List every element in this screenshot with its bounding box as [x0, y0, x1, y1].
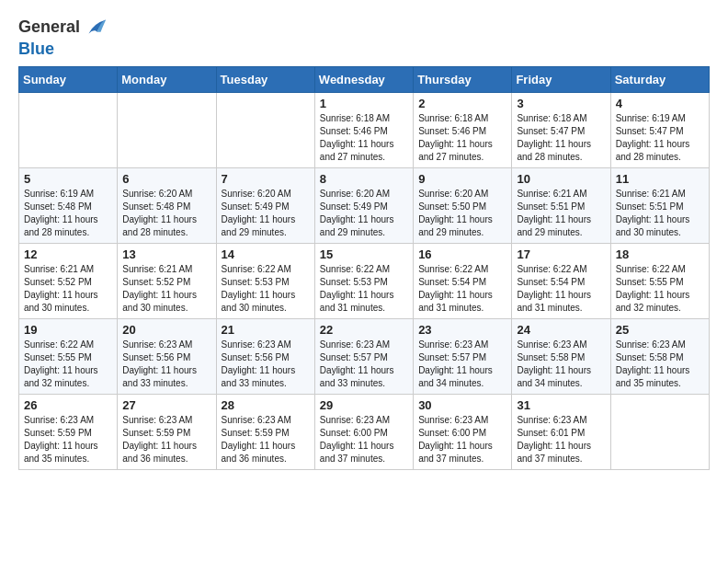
day-info: Sunrise: 6:23 AM Sunset: 5:59 PM Dayligh… [122, 414, 210, 465]
day-number: 16 [418, 247, 506, 261]
day-header-saturday: Saturday [610, 66, 709, 92]
day-header-thursday: Thursday [414, 66, 512, 92]
day-info: Sunrise: 6:23 AM Sunset: 5:58 PM Dayligh… [517, 339, 605, 390]
day-info: Sunrise: 6:23 AM Sunset: 5:59 PM Dayligh… [24, 414, 112, 465]
day-number: 15 [320, 247, 408, 261]
day-number: 5 [24, 172, 112, 186]
week-row-3: 12Sunrise: 6:21 AM Sunset: 5:52 PM Dayli… [19, 243, 710, 318]
day-number: 20 [122, 323, 210, 337]
day-info: Sunrise: 6:23 AM Sunset: 5:57 PM Dayligh… [418, 339, 506, 390]
calendar-cell: 19Sunrise: 6:22 AM Sunset: 5:55 PM Dayli… [19, 318, 118, 394]
day-number: 11 [616, 172, 704, 186]
day-number: 2 [418, 97, 506, 110]
day-info: Sunrise: 6:23 AM Sunset: 5:57 PM Dayligh… [320, 339, 408, 390]
day-number: 1 [320, 97, 408, 110]
day-info: Sunrise: 6:21 AM Sunset: 5:52 PM Dayligh… [24, 263, 112, 315]
day-info: Sunrise: 6:22 AM Sunset: 5:54 PM Dayligh… [418, 263, 506, 315]
day-info: Sunrise: 6:22 AM Sunset: 5:55 PM Dayligh… [24, 339, 112, 390]
calendar-cell: 1Sunrise: 6:18 AM Sunset: 5:46 PM Daylig… [314, 92, 413, 167]
week-row-1: 1Sunrise: 6:18 AM Sunset: 5:46 PM Daylig… [19, 92, 710, 167]
day-info: Sunrise: 6:19 AM Sunset: 5:48 PM Dayligh… [24, 188, 112, 239]
day-header-monday: Monday [118, 66, 216, 92]
calendar-cell: 8Sunrise: 6:20 AM Sunset: 5:49 PM Daylig… [314, 167, 413, 243]
calendar-cell: 5Sunrise: 6:19 AM Sunset: 5:48 PM Daylig… [19, 167, 118, 243]
calendar-cell: 16Sunrise: 6:22 AM Sunset: 5:54 PM Dayli… [414, 243, 512, 318]
logo: General Blue [18, 15, 108, 59]
calendar-cell: 17Sunrise: 6:22 AM Sunset: 5:54 PM Dayli… [512, 243, 610, 318]
day-info: Sunrise: 6:20 AM Sunset: 5:48 PM Dayligh… [122, 188, 210, 239]
week-row-5: 26Sunrise: 6:23 AM Sunset: 5:59 PM Dayli… [19, 394, 710, 469]
day-info: Sunrise: 6:23 AM Sunset: 6:01 PM Dayligh… [517, 414, 605, 465]
day-number: 13 [122, 247, 210, 261]
day-info: Sunrise: 6:23 AM Sunset: 5:56 PM Dayligh… [222, 339, 310, 390]
calendar-cell: 15Sunrise: 6:22 AM Sunset: 5:53 PM Dayli… [314, 243, 413, 318]
day-number: 30 [418, 398, 506, 412]
day-number: 17 [517, 247, 605, 261]
day-info: Sunrise: 6:22 AM Sunset: 5:53 PM Dayligh… [222, 263, 310, 315]
day-info: Sunrise: 6:22 AM Sunset: 5:54 PM Dayligh… [517, 263, 605, 315]
calendar-cell: 12Sunrise: 6:21 AM Sunset: 5:52 PM Dayli… [19, 243, 118, 318]
day-info: Sunrise: 6:18 AM Sunset: 5:46 PM Dayligh… [320, 112, 408, 164]
calendar-cell: 22Sunrise: 6:23 AM Sunset: 5:57 PM Dayli… [314, 318, 413, 394]
calendar-cell [118, 92, 216, 167]
day-number: 8 [320, 172, 408, 186]
day-info: Sunrise: 6:23 AM Sunset: 6:00 PM Dayligh… [320, 414, 408, 465]
logo-blue: Blue [18, 40, 54, 58]
calendar-cell: 26Sunrise: 6:23 AM Sunset: 5:59 PM Dayli… [19, 394, 118, 469]
day-info: Sunrise: 6:23 AM Sunset: 6:00 PM Dayligh… [418, 414, 506, 465]
day-info: Sunrise: 6:19 AM Sunset: 5:47 PM Dayligh… [616, 112, 704, 164]
day-number: 6 [122, 172, 210, 186]
calendar-cell: 7Sunrise: 6:20 AM Sunset: 5:49 PM Daylig… [216, 167, 314, 243]
day-info: Sunrise: 6:20 AM Sunset: 5:49 PM Dayligh… [222, 188, 310, 239]
day-info: Sunrise: 6:21 AM Sunset: 5:51 PM Dayligh… [517, 188, 605, 239]
day-header-friday: Friday [512, 66, 610, 92]
day-number: 4 [616, 97, 704, 110]
day-number: 9 [418, 172, 506, 186]
calendar-cell: 14Sunrise: 6:22 AM Sunset: 5:53 PM Dayli… [216, 243, 314, 318]
day-number: 18 [616, 247, 704, 261]
calendar-cell: 20Sunrise: 6:23 AM Sunset: 5:56 PM Dayli… [118, 318, 216, 394]
day-number: 28 [222, 398, 310, 412]
day-header-tuesday: Tuesday [216, 66, 314, 92]
calendar-cell: 9Sunrise: 6:20 AM Sunset: 5:50 PM Daylig… [414, 167, 512, 243]
day-number: 7 [222, 172, 310, 186]
day-info: Sunrise: 6:23 AM Sunset: 5:58 PM Dayligh… [616, 339, 704, 390]
day-header-sunday: Sunday [19, 66, 118, 92]
calendar-cell: 30Sunrise: 6:23 AM Sunset: 6:00 PM Dayli… [414, 394, 512, 469]
calendar-cell: 3Sunrise: 6:18 AM Sunset: 5:47 PM Daylig… [512, 92, 610, 167]
day-number: 22 [320, 323, 408, 337]
calendar-cell: 24Sunrise: 6:23 AM Sunset: 5:58 PM Dayli… [512, 318, 610, 394]
logo-general: General [18, 17, 80, 36]
day-number: 19 [24, 323, 112, 337]
week-row-2: 5Sunrise: 6:19 AM Sunset: 5:48 PM Daylig… [19, 167, 710, 243]
calendar-table: SundayMondayTuesdayWednesdayThursdayFrid… [18, 66, 710, 470]
day-number: 24 [517, 323, 605, 337]
day-number: 23 [418, 323, 506, 337]
page: General Blue SundayMondayTuesdayWe [0, 0, 728, 488]
calendar-cell: 27Sunrise: 6:23 AM Sunset: 5:59 PM Dayli… [118, 394, 216, 469]
day-info: Sunrise: 6:20 AM Sunset: 5:49 PM Dayligh… [320, 188, 408, 239]
calendar-cell: 31Sunrise: 6:23 AM Sunset: 6:01 PM Dayli… [512, 394, 610, 469]
day-info: Sunrise: 6:21 AM Sunset: 5:52 PM Dayligh… [122, 263, 210, 315]
calendar-cell: 21Sunrise: 6:23 AM Sunset: 5:56 PM Dayli… [216, 318, 314, 394]
day-number: 25 [616, 323, 704, 337]
calendar-cell: 2Sunrise: 6:18 AM Sunset: 5:46 PM Daylig… [414, 92, 512, 167]
calendar-cell [216, 92, 314, 167]
calendar-cell: 11Sunrise: 6:21 AM Sunset: 5:51 PM Dayli… [610, 167, 709, 243]
day-number: 12 [24, 247, 112, 261]
day-number: 27 [122, 398, 210, 412]
day-number: 3 [517, 97, 605, 110]
calendar-cell: 28Sunrise: 6:23 AM Sunset: 5:59 PM Dayli… [216, 394, 314, 469]
header: General Blue [18, 15, 710, 59]
calendar-cell: 29Sunrise: 6:23 AM Sunset: 6:00 PM Dayli… [314, 394, 413, 469]
day-number: 21 [222, 323, 310, 337]
day-number: 29 [320, 398, 408, 412]
day-info: Sunrise: 6:22 AM Sunset: 5:53 PM Dayligh… [320, 263, 408, 315]
calendar-cell: 6Sunrise: 6:20 AM Sunset: 5:48 PM Daylig… [118, 167, 216, 243]
calendar-cell: 13Sunrise: 6:21 AM Sunset: 5:52 PM Dayli… [118, 243, 216, 318]
logo-bird-icon [82, 15, 108, 40]
day-info: Sunrise: 6:23 AM Sunset: 5:59 PM Dayligh… [222, 414, 310, 465]
calendar-cell: 23Sunrise: 6:23 AM Sunset: 5:57 PM Dayli… [414, 318, 512, 394]
week-row-4: 19Sunrise: 6:22 AM Sunset: 5:55 PM Dayli… [19, 318, 710, 394]
calendar-cell: 4Sunrise: 6:19 AM Sunset: 5:47 PM Daylig… [610, 92, 709, 167]
